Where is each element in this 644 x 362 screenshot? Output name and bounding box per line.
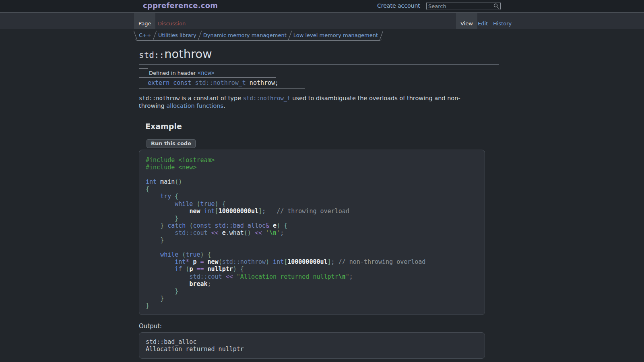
tab-discussion[interactable]: Discussion [153, 13, 190, 29]
example-heading: Example [145, 122, 499, 131]
page-title-name: nothrow [164, 47, 212, 61]
search-box[interactable] [426, 2, 501, 10]
search-input[interactable] [427, 3, 493, 9]
output-label: Output: [139, 323, 499, 330]
tab-history[interactable]: History [489, 13, 516, 29]
create-account-link[interactable]: Create account [377, 2, 420, 9]
example-code-block: #include <iostream>#include <new> int ma… [139, 150, 485, 315]
breadcrumb-link-cpp[interactable]: C++ [136, 30, 155, 40]
run-code-button[interactable]: Run this code [147, 139, 196, 148]
page-tab-bar: Page Discussion View Edit History [0, 13, 644, 29]
top-header-bar: cppreference.com Create account [0, 0, 644, 12]
site-logo[interactable]: cppreference.com [143, 1, 218, 10]
breadcrumb-link-utilities-library[interactable]: Utilities library [155, 30, 200, 40]
page-title-namespace: std:: [139, 50, 164, 60]
intro-paragraph: std::nothrow is a constant of type std::… [139, 95, 485, 110]
tab-page[interactable]: Page [134, 13, 155, 29]
breadcrumb: C++ Utilities library Dynamic memory man… [135, 30, 382, 41]
declaration-row: extern const std::nothrow_t nothrow; [139, 78, 305, 89]
search-icon[interactable] [493, 3, 499, 9]
declaration-table: Defined in header <new> extern const std… [139, 68, 499, 89]
breadcrumb-link-low-level-memory-management[interactable]: Low level memory management [290, 30, 381, 40]
page-title: std::nothrow [139, 47, 499, 65]
breadcrumb-link-dynamic-memory-management[interactable]: Dynamic memory management [200, 30, 290, 40]
defined-in-header-row: Defined in header <new> [139, 69, 276, 78]
output-block: std::bad_allocAllocation returned nullpt… [139, 332, 485, 359]
main-content: C++ Utilities library Dynamic memory man… [139, 30, 499, 359]
